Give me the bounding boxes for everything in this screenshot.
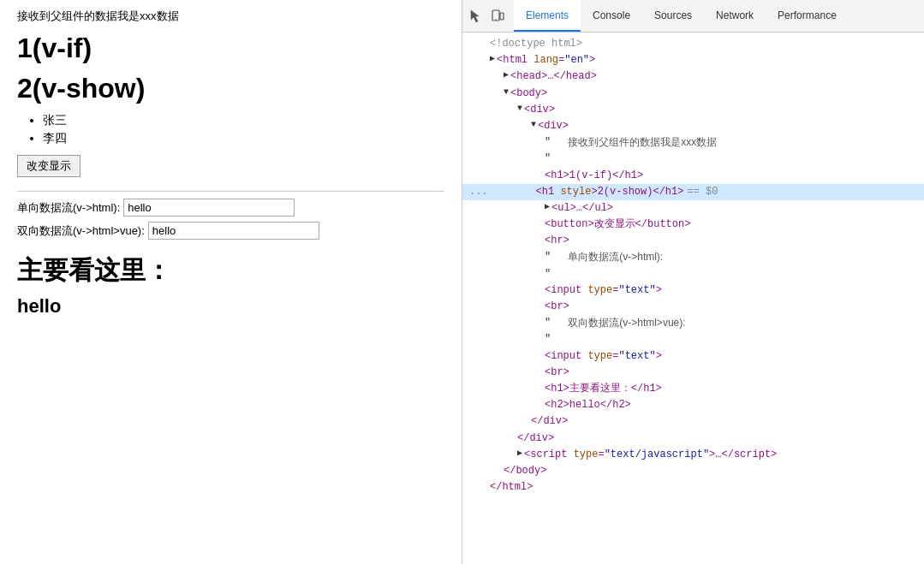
html-line: </div> [462,413,924,430]
body-close: </body> [504,463,546,479]
doctype: <!doctype html> [490,36,582,52]
list: 张三 李四 [43,113,444,146]
triangle-icon: ▶ [504,68,509,82]
text-node: " [545,331,551,347]
html-line: ▼ <div> [462,102,924,118]
html-line: </html> [462,479,924,496]
devtools-html-content: <!doctype html> ▶ <html lang="en"> ▶ <he… [462,33,924,564]
html-line: " [462,151,924,167]
input2-field[interactable] [148,222,319,240]
top-text: 接收到父组件的数据我是xxx数据 [17,9,444,24]
html-line: <!doctype html> [462,36,924,52]
html-line: " 单向数据流(v->html): [462,249,924,265]
change-display-button[interactable]: 改变显示 [17,155,80,177]
tab-console[interactable]: Console [581,0,642,32]
input-row-2: 双向数据流(v->html>vue): [17,222,444,240]
device-icon[interactable] [488,7,507,26]
html-line: <input type="text"> [462,348,924,365]
triangle-icon: ▶ [545,200,550,214]
html-line: " [462,266,924,282]
input-tag2: <input type="text"> [545,348,662,365]
text-node: " [545,151,551,167]
html-line: <hr> [462,233,924,249]
webpage-content: 接收到父组件的数据我是xxx数据 1(v-if) 2(v-show) 张三 李四… [0,0,462,564]
html-line: ▼ <div> [462,118,924,134]
div-tag: <div> [524,102,555,118]
hr-tag: <hr> [545,233,569,249]
br-tag2: <br> [545,365,569,381]
div-tag: <div> [538,118,569,134]
h1-vif: 1(v-if) [17,33,444,64]
dots: ... [469,184,488,200]
triangle-icon: ▼ [517,102,522,116]
html-line: ▶ <html lang="en"> [462,52,924,68]
tab-performance[interactable]: Performance [766,0,849,32]
ul-tag: <ul>…</ul> [551,200,613,217]
triangle-icon: ▶ [517,447,522,460]
triangle-icon: ▼ [531,118,536,132]
cursor-icon[interactable] [466,7,485,26]
html-line: ▶ <head>…</head> [462,68,924,85]
html-line: </div> [462,430,924,447]
br-tag: <br> [545,299,569,315]
hello-text: hello [17,295,444,318]
h1-tag: <h1>1(v-if)</h1> [545,168,643,184]
html-line: " 双向数据流(v->html>vue): [462,315,924,331]
text-node: " [545,266,551,282]
html-line: <button>改变显示</button> [462,217,924,233]
svg-rect-3 [502,18,503,19]
main-title: 主要看这里： [17,253,444,288]
h1-main-tag: <h1>主要看这里：</h1> [545,381,662,397]
list-item: 李四 [43,131,444,146]
html-line: </body> [462,463,924,479]
html-line: " [462,331,924,347]
input1-field[interactable] [123,199,295,217]
html-line: <h2>hello</h2> [462,397,924,413]
tab-sources[interactable]: Sources [642,0,704,32]
divider [17,191,444,192]
svg-rect-2 [495,19,497,20]
input-row-1: 单向数据流(v->html): [17,199,444,217]
div-close2: </div> [517,430,554,447]
tab-elements[interactable]: Elements [514,0,581,32]
side-text-1: 接收到父组件的数据我是xxx数据 [568,134,717,151]
html-line: ▼ <body> [462,86,924,102]
html-line-selected: ... <h1 style>2(v-show)</h1> == $0 [462,184,924,200]
body-tag: <body> [510,86,547,102]
text-node: " [545,134,551,151]
html-line: " 接收到父组件的数据我是xxx数据 [462,134,924,151]
html-line: <h1>1(v-if)</h1> [462,168,924,184]
svg-rect-0 [492,10,499,21]
devtools-icons [466,7,507,26]
list-item: 张三 [43,113,444,128]
html-line: <h1>主要看这里：</h1> [462,381,924,397]
html-line: ▶ <ul>…</ul> [462,200,924,217]
html-close: </html> [490,479,533,496]
html-tag: <html lang="en"> [497,52,595,68]
html-line: <br> [462,299,924,315]
html-line: <input type="text"> [462,282,924,299]
head-tag: <head>…</head> [510,68,597,85]
triangle-icon: ▼ [504,86,509,99]
input2-label: 双向数据流(v->html>vue): [17,223,145,239]
pseudo-element: == $0 [687,184,718,200]
devtools-toolbar: Elements Console Sources Network Perform… [462,0,924,33]
devtools-panel: Elements Console Sources Network Perform… [462,0,924,564]
text-node: " [545,249,551,265]
div-close: </div> [531,413,568,430]
h2-hello-tag: <h2>hello</h2> [545,397,631,413]
html-line: ▶ <script type="text/javascript">…</scri… [462,447,924,463]
devtools-tabs: Elements Console Sources Network Perform… [514,0,849,32]
script-tag: <script type="text/javascript">…</script… [524,447,777,463]
side-text-2: 单向数据流(v->html): [568,249,663,265]
button-tag: <button>改变显示</button> [545,217,690,233]
side-text-3: 双向数据流(v->html>vue): [568,315,685,331]
html-line: <br> [462,365,924,381]
input1-label: 单向数据流(v->html): [17,200,120,216]
triangle-icon: ▶ [490,52,495,66]
tab-network[interactable]: Network [704,0,766,32]
h1-vshow: 2(v-show) [17,73,444,104]
text-node: " [545,315,551,331]
input-tag: <input type="text"> [545,282,662,299]
h1-style-tag: <h1 style>2(v-show)</h1> [536,184,684,200]
